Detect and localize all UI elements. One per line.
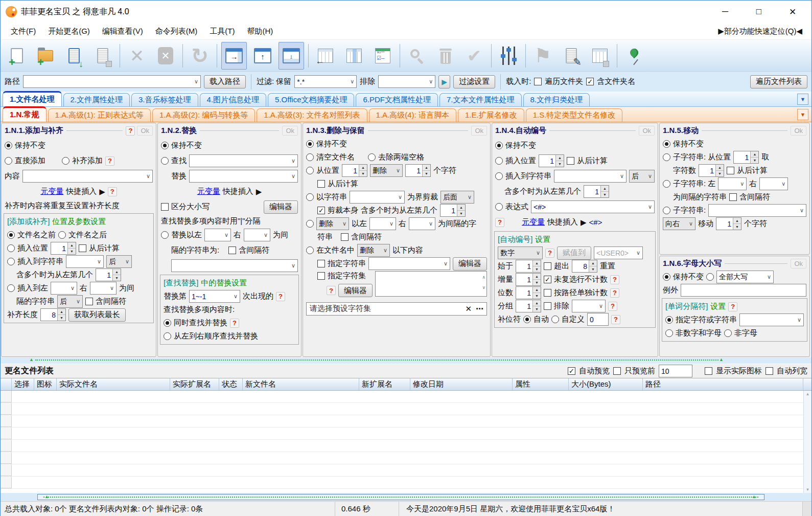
help-icon[interactable]: ? [545,249,554,258]
substring-radio[interactable] [663,207,670,214]
more-icon[interactable]: ⋯ [476,304,483,313]
apply-check-icon[interactable]: ✔ [461,42,487,70]
close-button[interactable]: ✕ [787,7,798,17]
by-string-radio[interactable] [306,193,314,201]
menu-item-file[interactable]: 文件(F) [5,25,42,38]
skip-unchecked-checkbox[interactable] [544,276,551,283]
direction-combo[interactable]: 向右 [663,217,695,230]
editor-button[interactable]: 编辑器 [453,257,487,271]
left-sep-combo[interactable] [204,229,231,241]
multi-index-spinner[interactable]: 1 [440,204,466,217]
replace-combo[interactable] [189,170,298,183]
user-var-combo[interactable]: <USER0> [594,246,643,259]
sub-tab-0[interactable]: 1.N.常规 [3,106,47,122]
before-after-combo[interactable]: 后 [106,255,132,268]
front-back-combo[interactable]: 后面 [440,191,474,204]
ok-button[interactable]: Ok [137,126,153,136]
right-sep-combo[interactable] [244,229,270,241]
load-list-icon[interactable]: ↓ [61,42,87,70]
preset-charset-combo[interactable]: 请选择预设字符集 ✕ ⋯ [306,302,487,316]
substring-combo[interactable] [708,204,806,217]
menu-item-view[interactable]: 编辑查看(V) [96,25,149,38]
spec-chars-combo[interactable] [739,313,804,326]
editor-button[interactable]: 编辑器 [264,200,298,214]
layout-left-icon[interactable]: ← [313,42,338,70]
column-header-2[interactable]: 实际文件名 [57,378,170,390]
right-sep-combo[interactable] [90,282,117,295]
help-icon[interactable]: ? [610,275,619,284]
auto-pad-radio[interactable] [523,316,531,323]
exclude-combo[interactable] [572,300,606,312]
pad-add-radio[interactable] [62,157,69,165]
between-replace-combo[interactable] [171,259,298,272]
submenu-arrow-icon[interactable]: ▶ [581,218,587,227]
expression-radio[interactable] [495,203,503,211]
auto-column-width-checkbox[interactable] [765,367,773,375]
maximize-button[interactable]: □ [753,7,764,17]
find-radio[interactable] [161,157,169,165]
main-tab-2[interactable]: 3.音乐标签处理 [131,93,198,106]
auto-preview-checkbox[interactable] [568,367,575,375]
include-sep-checkbox[interactable] [85,298,93,305]
after-name-radio[interactable] [58,231,66,239]
clear-name-radio[interactable] [306,153,314,161]
custom-pad-radio[interactable] [551,316,559,323]
edit-list-icon[interactable]: ✎ [559,42,584,70]
column-header-6[interactable]: 新扩展名 [359,378,410,390]
insert-pos-radio[interactable] [7,244,15,252]
before-name-radio[interactable] [7,231,15,239]
minimize-button[interactable]: ─ [720,7,731,17]
column-header-5[interactable]: 新文件名 [243,378,359,390]
per-path-checkbox[interactable] [544,289,551,297]
help-icon[interactable]: ? [495,218,504,227]
from-end-checkbox[interactable] [567,157,574,165]
from-end-checkbox[interactable] [727,167,734,174]
pin-icon[interactable] [621,42,647,70]
expression-combo[interactable]: <#> [531,200,655,213]
trim-radio[interactable] [368,153,376,161]
sub-tab-4[interactable]: 1.A.高级(4): 语言脚本 [369,108,456,122]
pos-spinner[interactable]: 1 [733,151,759,164]
content-combo[interactable] [22,170,153,183]
sub-tab-3[interactable]: 1.A.高级(3): 文件名对照列表 [257,108,367,122]
sub-tab-dropdown-icon[interactable]: ▼ [797,109,808,120]
vertical-scrollbar[interactable]: ▲▼ [803,391,811,493]
case-mode-combo[interactable]: 全部大写 [716,271,774,283]
column-header-9[interactable]: 大小(Bytes) [569,378,643,390]
help-icon[interactable]: ? [230,319,239,328]
multi-index-spinner[interactable]: 1 [584,185,609,198]
sub-tab-1[interactable]: 1.A.高级(1): 正则表达式等 [48,108,151,122]
keep-radio[interactable] [495,142,503,149]
column-header-4[interactable]: 状态 [219,378,243,390]
sub-tab-6[interactable]: 1.S.特定类型文件名修改 [526,108,623,122]
step-spinner[interactable]: 1 [516,273,541,286]
pad-length-spinner[interactable]: 8 [40,308,66,321]
left-sep-combo[interactable] [51,282,77,295]
meta-var-link[interactable]: 元变量 [40,187,63,196]
add-files-icon[interactable]: + [4,42,30,70]
include-sep-checkbox[interactable] [228,246,236,254]
filter-combo[interactable]: *.* [294,75,357,88]
menu-item-tools[interactable]: 工具(T) [203,25,241,38]
pos-spinner[interactable]: 1 [342,164,367,177]
bottom-splitter[interactable]: ▲ ▲ [1,493,811,501]
ok-button[interactable]: Ok [282,126,298,136]
find-combo[interactable] [189,154,298,167]
traverse-file-list-button[interactable]: 遍历文件列表 [750,75,807,88]
column-header-10[interactable]: 路径 [643,378,803,390]
preview-count-input[interactable] [659,365,692,377]
trash-icon[interactable] [433,42,458,70]
menu-item-commands[interactable]: 命令列表(M) [149,25,204,38]
include-folder-name-checkbox[interactable] [586,78,594,85]
help-icon[interactable]: ? [608,302,617,311]
non-alpha-radio[interactable] [724,329,732,337]
start-spinner[interactable]: 1 [516,260,541,273]
panel-right-icon[interactable]: → [221,42,247,70]
main-tab-5[interactable]: 6.PDF文档属性处理 [356,93,438,106]
layout-checklist-icon[interactable]: ☑--☑-- [370,42,396,70]
submenu-arrow-icon[interactable]: ▶ [99,187,105,196]
horizontal-splitter[interactable]: ▲ ▲ [1,357,811,364]
ok-button[interactable]: Ok [639,126,655,136]
export-table-icon[interactable] [587,42,613,70]
replace-between-radio[interactable] [161,231,169,239]
